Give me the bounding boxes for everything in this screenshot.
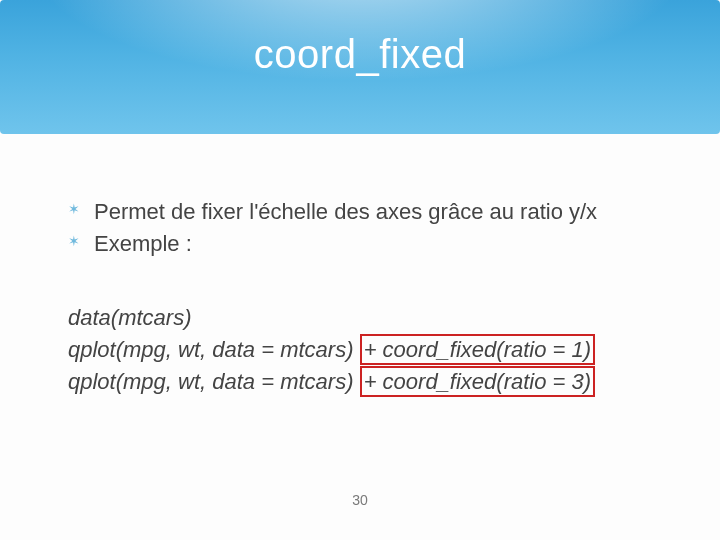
- bullet-item: Exemple :: [68, 228, 652, 260]
- code-text: qplot(mpg, wt, data = mtcars): [68, 369, 354, 394]
- slide: coord_fixed Permet de fixer l'échelle de…: [0, 0, 720, 540]
- highlight-box: + coord_fixed(ratio = 1): [360, 334, 595, 366]
- code-line: data(mtcars): [68, 302, 652, 334]
- bullet-item: Permet de fixer l'échelle des axes grâce…: [68, 196, 652, 228]
- slide-title: coord_fixed: [254, 32, 466, 77]
- title-band: coord_fixed: [0, 0, 720, 134]
- code-block: data(mtcars) qplot(mpg, wt, data = mtcar…: [68, 302, 652, 398]
- code-text: qplot(mpg, wt, data = mtcars): [68, 337, 354, 362]
- bullet-list: Permet de fixer l'échelle des axes grâce…: [68, 196, 652, 260]
- page-number: 30: [0, 492, 720, 508]
- slide-content: Permet de fixer l'échelle des axes grâce…: [0, 134, 720, 397]
- highlight-box: + coord_fixed(ratio = 3): [360, 366, 595, 398]
- code-line: qplot(mpg, wt, data = mtcars) + coord_fi…: [68, 366, 652, 398]
- code-line: qplot(mpg, wt, data = mtcars) + coord_fi…: [68, 334, 652, 366]
